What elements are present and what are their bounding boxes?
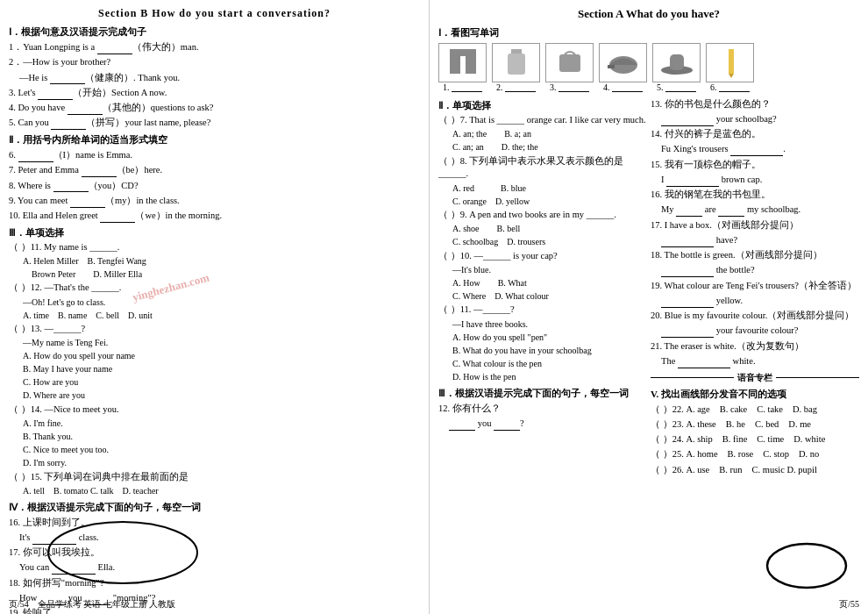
left-page: Section B How do you start a conversatio… <box>0 0 430 614</box>
rq23: （ ）23. A. these B. he C. bed D. me <box>651 418 859 432</box>
q3: 3. Let's （开始）Section A now. <box>9 86 420 100</box>
rq25: （ ）25. A. home B. rose C. stop D. no <box>651 447 859 461</box>
svg-rect-11 <box>729 49 734 74</box>
right-part3-title: Ⅲ．根据汉语提示完成下面的句子，每空一词 <box>438 387 647 400</box>
rq7-opt1: A. an; the B. a; an <box>452 128 647 140</box>
q7: 7. Peter and Emma （be）here. <box>9 163 420 177</box>
rq19-ans: yellow. <box>661 294 859 308</box>
q12: （ ）12. —That's the ______. <box>9 282 420 295</box>
left-section-title: Section B How do you start a conversatio… <box>9 7 420 20</box>
q14: （ ）14. —Nice to meet you. <box>9 403 420 417</box>
svg-rect-2 <box>450 56 460 74</box>
q1: 1．Yuan Longping is a （伟大的）man. <box>9 40 420 54</box>
img-pencil <box>706 43 754 82</box>
rq11-opt-a: A. How do you spell "pen" <box>452 332 647 344</box>
q9: 9. You can meet （my）in the class. <box>9 194 420 208</box>
q13-opt-a: A. How do you spell your name <box>23 350 420 362</box>
phonetics-title: 语音专栏 <box>737 372 772 384</box>
img3-label: 3. <box>550 82 589 92</box>
img-cap <box>599 43 647 82</box>
rq14-ans: Fu Xing's trousers . <box>661 142 859 156</box>
rq16-intro: 16. 我的钢笔在我的书包里。 <box>651 188 859 202</box>
img5-label: 5. <box>657 82 696 92</box>
left-part4-title: Ⅳ．根据汉语提示完成下面的句子，每空一词 <box>9 501 420 514</box>
phonetics-divider: 语音专栏 <box>651 372 859 384</box>
q4: 4. Do you have （其他的）questions to ask? <box>9 101 420 115</box>
q16: 16. 上课时间到了。 <box>9 516 420 530</box>
rq17-intro: 17. I have a box.（对画线部分提问） <box>651 218 859 232</box>
page-num-right: 页/55 <box>839 598 859 610</box>
q18: 18. 如何拼写"morning"? <box>9 576 420 590</box>
rq18-ans: the bottle? <box>661 263 859 277</box>
right-two-col: Ⅱ．单项选择 （ ）7. That is ______ orange car. … <box>438 96 859 478</box>
img2-label: 2. <box>496 82 536 92</box>
svg-rect-10 <box>670 54 684 70</box>
q12-sub: —Oh! Let's go to class. <box>23 296 420 309</box>
rq13-intro: 13. 你的书包是什么颜色的？ <box>651 97 859 111</box>
circle-annotation-right <box>763 531 850 592</box>
q5: 5. Can you （拼写）your last name, please? <box>9 116 420 130</box>
phonetics-label: V. 找出画线部分发音不同的选项 <box>651 388 859 401</box>
svg-rect-5 <box>508 54 525 75</box>
rq10: （ ）10. —______ is your cap? <box>438 250 647 263</box>
rq7: （ ）7. That is ______ orange car. I like … <box>438 114 647 127</box>
q14-opt-d: D. I'm sorry. <box>23 457 420 469</box>
page-container: Section B How do you start a conversatio… <box>0 0 868 614</box>
svg-rect-3 <box>466 56 476 74</box>
img-item-5: 5. <box>652 43 701 92</box>
rq8-opt1: A. red B. blue <box>452 182 647 195</box>
rq26: （ ）26. A. use B. run C. music D. pupil <box>651 463 859 477</box>
img-bag <box>545 43 594 82</box>
q13-opt-b: B. May I have your name <box>23 363 420 375</box>
left-part1-title: Ⅰ．根据句意及汉语提示完成句子 <box>9 25 420 39</box>
images-row: 1. 2. 3. 4. <box>438 43 859 92</box>
img-bottle <box>492 43 540 82</box>
svg-point-13 <box>767 544 846 588</box>
img1-label: 1. <box>443 82 482 92</box>
right-page: Section A What do you have? Ⅰ．看图写单词 1. 2… <box>430 0 868 614</box>
q14-opt-c: C. Nice to meet you too. <box>23 444 420 456</box>
rq17-ans: have? <box>661 233 859 247</box>
rq21-ans: The white. <box>661 354 859 368</box>
q12-opt: A. time B. name C. bell D. unit <box>23 310 420 322</box>
q13-opt-d: D. Where are you <box>23 389 420 402</box>
right-part1-title: Ⅰ．看图写单词 <box>438 26 859 39</box>
rq21-intro: 21. The eraser is white.（改为复数句） <box>651 339 859 353</box>
right-part2-title: Ⅱ．单项选择 <box>438 99 647 112</box>
svg-rect-1 <box>450 49 476 56</box>
q6: 6. （I）name is Emma. <box>9 148 420 162</box>
rq20-ans: your favourite colour? <box>661 324 859 338</box>
q8: 8. Where is （you）CD? <box>9 179 420 193</box>
rq24: （ ）24. A. ship B. fine C. time D. white <box>651 432 859 446</box>
svg-rect-6 <box>559 54 580 72</box>
rq9-opt2: C. schoolbag D. trousers <box>452 236 647 248</box>
q13-sub: —My name is Teng Fei. <box>23 337 420 349</box>
q2a: 2．—How is your brother? <box>9 55 420 69</box>
rq9-opt1: A. shoe B. bell <box>452 223 647 235</box>
rq7-opt2: C. an; an D. the; the <box>452 141 647 154</box>
rq11-sub: —I have three books. <box>452 318 647 331</box>
rq12-ans: you ? <box>449 417 647 431</box>
img-hat <box>652 43 701 82</box>
img-item-6: 6. <box>706 43 754 92</box>
rq19-intro: 19. What colour are Teng Fei's trousers?… <box>651 279 859 293</box>
rq16-ans: My are my schoolbag. <box>661 203 859 217</box>
rq11-opt-c: C. What colour is the pen <box>452 358 647 370</box>
q13: （ ）13. —______? <box>9 323 420 336</box>
img4-label: 4. <box>603 82 643 92</box>
rq8: （ ）8. 下列单词中表示水果又表示颜色的是______. <box>438 155 647 181</box>
left-part2-title: Ⅱ．用括号内所给单词的适当形式填空 <box>9 133 420 146</box>
q11-opt2: Brown Peter D. Miller Ella <box>23 268 420 281</box>
rq11-opt-b: B. What do you have in your schoolbag <box>452 345 647 357</box>
rq15-intro: 15. 我有一顶棕色的帽子。 <box>651 158 859 172</box>
svg-rect-8 <box>608 65 615 68</box>
q14-opt-a: A. I'm fine. <box>23 418 420 430</box>
q17-ans: You can Ella. <box>19 560 420 575</box>
q15: （ ）15. 下列单词在词典中排在最前面的是 <box>9 471 420 484</box>
page-num-left: 页/54 全品学练考 英语 七年级上册 人教版 <box>9 598 175 610</box>
q14-opt-b: B. Thank you. <box>23 431 420 443</box>
right-col-left: Ⅱ．单项选择 （ ）7. That is ______ orange car. … <box>438 96 647 478</box>
rq9: （ ）9. A pen and two books are in my ____… <box>438 209 647 222</box>
img-item-3: 3. <box>545 43 594 92</box>
img-item-1: 1. <box>438 43 487 92</box>
